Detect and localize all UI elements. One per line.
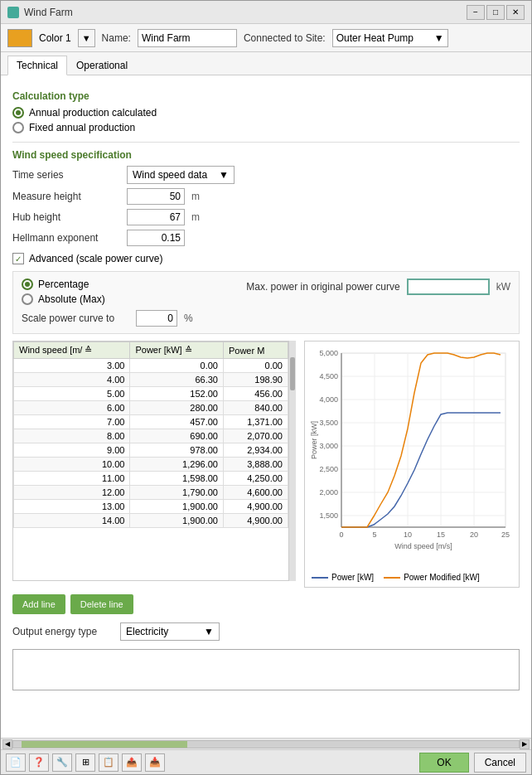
footer-btn-3[interactable]: 🔧: [52, 753, 72, 772]
table-row[interactable]: 3.000.000.00: [14, 359, 288, 373]
advanced-label: Advanced (scale power curve): [29, 253, 162, 264]
titlebar-left: Wind Farm: [7, 7, 73, 18]
hub-height-row: Hub height m: [12, 209, 520, 225]
svg-text:5: 5: [372, 530, 376, 539]
scale-radio-group: Percentage Absolute (Max): [22, 279, 105, 305]
radio-pct-circle[interactable]: [22, 279, 33, 290]
table-row[interactable]: 6.00280.00840.00: [14, 401, 288, 415]
radio-abs-circle[interactable]: [22, 293, 33, 305]
advanced-checkbox[interactable]: [12, 253, 24, 264]
table-chart-row: Wind speed [m/ ≙ Power [kW] ≙ Power M 3.…: [12, 341, 520, 588]
calc-type-group: Annual production calculated Fixed annua…: [12, 107, 520, 133]
titlebar: Wind Farm − □ ✕: [1, 1, 531, 24]
svg-text:4,000: 4,000: [319, 395, 338, 404]
legend-modified-line: [384, 577, 400, 579]
radio-annual-label: Annual production calculated: [29, 107, 157, 119]
table-row[interactable]: 9.00978.002,934.00: [14, 443, 288, 458]
table-buttons: Add line Delete line: [12, 594, 520, 614]
footer-btn-5[interactable]: 📋: [99, 753, 118, 772]
delete-line-button[interactable]: Delete line: [70, 594, 133, 614]
hub-height-unit: m: [191, 211, 200, 223]
scroll-right-btn[interactable]: ▶: [520, 739, 530, 749]
scroll-left-btn[interactable]: ◀: [2, 739, 12, 749]
dropdown-arrow-icon: ▼: [82, 33, 91, 43]
footer-btn-4[interactable]: ⊞: [75, 753, 95, 772]
table-scrollbar[interactable]: [289, 341, 296, 581]
scale-input[interactable]: [136, 310, 177, 327]
table-row[interactable]: 7.00457.001,371.00: [14, 415, 288, 429]
radio-absolute[interactable]: Absolute (Max): [22, 293, 105, 305]
table-row[interactable]: 14.001,900.004,900.00: [14, 514, 288, 528]
advanced-checkbox-row[interactable]: Advanced (scale power curve): [12, 253, 520, 264]
scroll-thumb[interactable]: [290, 357, 295, 390]
tab-technical[interactable]: Technical: [7, 56, 67, 75]
table-row[interactable]: 8.00690.002,070.00: [14, 429, 288, 443]
hub-height-input[interactable]: [127, 209, 185, 225]
app-icon: [7, 7, 19, 18]
minimize-button[interactable]: −: [467, 5, 485, 20]
time-series-dropdown[interactable]: Wind speed data ▼: [127, 166, 235, 184]
table-row[interactable]: 4.0066.30198.90: [14, 373, 288, 387]
scale-row: Scale power curve to %: [22, 310, 510, 327]
table-row[interactable]: 10.001,296.003,888.00: [14, 458, 288, 472]
output-arrow-icon: ▼: [204, 626, 214, 637]
footer: 📄 ❓ 🔧 ⊞ 📋 📤 📥 OK Cancel: [1, 749, 531, 774]
svg-text:0: 0: [339, 530, 343, 539]
measure-height-input[interactable]: [127, 188, 185, 205]
close-button[interactable]: ✕: [506, 5, 525, 20]
measure-height-label: Measure height: [12, 191, 120, 202]
svg-text:Power [kW]: Power [kW]: [310, 421, 318, 459]
output-dropdown[interactable]: Electricity ▼: [120, 622, 220, 641]
table-with-scroll: Wind speed [m/ ≙ Power [kW] ≙ Power M 3.…: [12, 341, 296, 581]
scroll-track[interactable]: [12, 740, 520, 748]
table-body: 3.000.000.004.0066.30198.905.00152.00456…: [14, 359, 288, 528]
tab-operational[interactable]: Operational: [67, 56, 137, 75]
name-input[interactable]: [138, 29, 237, 47]
radio-fixed-circle[interactable]: [12, 122, 24, 133]
footer-btn-2[interactable]: ❓: [29, 753, 49, 772]
ok-button[interactable]: OK: [419, 753, 468, 773]
svg-text:3,000: 3,000: [319, 442, 338, 450]
footer-right: OK Cancel: [419, 753, 526, 773]
maximize-button[interactable]: □: [486, 5, 505, 20]
legend-power-line: [312, 577, 328, 579]
radio-annual[interactable]: Annual production calculated: [12, 107, 520, 119]
table-row[interactable]: 11.001,598.004,250.00: [14, 472, 288, 486]
table-row[interactable]: 5.00152.00456.00: [14, 387, 288, 401]
scroll-thumb-h[interactable]: [22, 741, 187, 748]
time-series-row: Time series Wind speed data ▼: [12, 166, 520, 184]
radio-annual-circle[interactable]: [12, 107, 24, 119]
cancel-button[interactable]: Cancel: [474, 753, 526, 773]
color-swatch[interactable]: [7, 29, 32, 47]
connected-site-dropdown[interactable]: Outer Heat Pump ▼: [332, 29, 448, 47]
table-row[interactable]: 12.001,790.004,600.00: [14, 486, 288, 500]
max-power-input[interactable]: [407, 279, 490, 295]
color-dropdown[interactable]: ▼: [78, 29, 95, 47]
horizontal-scrollbar[interactable]: ◀ ▶: [1, 738, 531, 749]
svg-text:10: 10: [404, 530, 412, 539]
footer-btn-6[interactable]: 📤: [122, 753, 142, 772]
wind-speed-title: Wind speed specification: [12, 149, 520, 161]
chart-svg: 5,000 4,500 4,000 3,500 3,000 2,500 2,00…: [308, 345, 514, 569]
table-row[interactable]: 13.001,900.004,900.00: [14, 500, 288, 514]
legend-modified: Power Modified [kW]: [384, 573, 480, 582]
svg-rect-0: [341, 353, 505, 527]
radio-abs-label: Absolute (Max): [38, 293, 105, 305]
connected-label: Connected to Site:: [244, 32, 326, 44]
svg-text:4,500: 4,500: [319, 372, 338, 380]
footer-btn-7[interactable]: 📥: [145, 753, 165, 772]
footer-btn-1[interactable]: 📄: [6, 753, 26, 772]
window-controls: − □ ✕: [467, 5, 525, 20]
legend-power-label: Power [kW]: [331, 573, 374, 582]
add-line-button[interactable]: Add line: [12, 594, 65, 614]
hellmann-input[interactable]: [127, 230, 185, 246]
chart-legend: Power [kW] Power Modified [kW]: [308, 571, 515, 584]
svg-text:2,500: 2,500: [319, 465, 338, 473]
measure-height-unit: m: [191, 191, 200, 202]
radio-percentage[interactable]: Percentage: [22, 279, 105, 290]
scale-unit: %: [184, 312, 193, 324]
svg-text:25: 25: [501, 530, 510, 539]
radio-fixed[interactable]: Fixed annual production: [12, 122, 520, 133]
col-wind-speed: Wind speed [m/ ≙: [14, 342, 130, 359]
notes-area[interactable]: [12, 649, 520, 690]
